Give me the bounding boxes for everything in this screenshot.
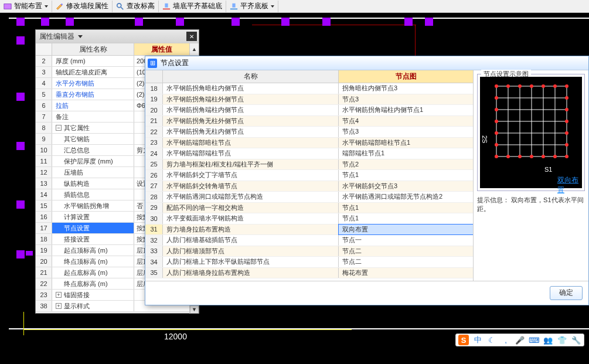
node-row[interactable]: 24水平钢筋端部端柱节点端部端柱节点1	[145, 148, 473, 159]
row-name: 厚度 (mm)	[52, 56, 134, 66]
property-editor-titlebar[interactable]: 属性编辑器 ✕	[36, 30, 199, 43]
row-index: 4	[36, 78, 52, 89]
toolbar-item-check-elevation[interactable]: 查改标高	[113, 1, 159, 12]
grip-handle[interactable]	[176, 18, 184, 26]
node-dialog-titlebar[interactable]: ⊞ 节点设置	[145, 56, 588, 70]
group-toggle-icon[interactable]: −	[56, 125, 62, 131]
grip-handle[interactable]	[16, 93, 25, 101]
grip-handle[interactable]	[135, 18, 143, 26]
row-name: 剪力墙身拉筋布置构造	[163, 224, 339, 235]
ime-punct-icon[interactable]: ,	[501, 335, 511, 345]
node-row[interactable]: 27水平钢筋斜交转角墙节点水平钢筋斜交节点3	[145, 181, 473, 192]
group-toggle-icon[interactable]: +	[56, 303, 62, 309]
node-row[interactable]: 33人防门框墙顶部节点节点二	[145, 246, 473, 257]
row-value[interactable]: 节点4	[339, 116, 473, 127]
row-value[interactable]: 节点二	[339, 246, 473, 257]
group-toggle-icon[interactable]: +	[56, 292, 62, 298]
svg-point-43	[553, 155, 557, 158]
ime-voice-icon[interactable]: 🎤	[515, 335, 525, 345]
row-value[interactable]: 拐角暗柱内侧节点3	[339, 83, 473, 94]
row-name: 拉筋	[52, 100, 134, 111]
node-row[interactable]: 32人防门框墙基础插筋节点节点一	[145, 235, 473, 246]
row-name: +锚固搭接	[52, 290, 134, 300]
node-row[interactable]: 19水平钢筋拐角端柱外侧节点节点3	[145, 94, 473, 106]
row-index: 31	[145, 224, 163, 235]
toolbar-item-smart-layout[interactable]: 智能布置	[0, 1, 52, 12]
row-name: 插筋信息	[52, 189, 134, 200]
grip-handle[interactable]	[322, 18, 331, 26]
ok-button[interactable]: 确定	[550, 286, 583, 300]
header-value: 属性值	[134, 43, 189, 55]
dropdown-icon[interactable]	[77, 33, 84, 40]
grip-handle[interactable]	[16, 142, 25, 150]
row-value[interactable]: 水平钢筋端部暗柱节点1	[339, 138, 473, 148]
row-index: 18	[36, 234, 52, 244]
row-value[interactable]: 节点一	[339, 235, 473, 246]
node-row[interactable]: 20水平钢筋拐角端柱内侧节点水平钢筋拐角端柱内侧节点1	[145, 105, 473, 116]
grip-handle[interactable]	[66, 18, 74, 26]
node-row[interactable]: 30水平变截面墙水平钢筋构造节点1	[145, 213, 473, 224]
node-grid: 名称 节点图 18水平钢筋拐角暗柱内侧节点拐角暗柱内侧节点319水平钢筋拐角端柱…	[145, 70, 474, 281]
grip-handle[interactable]	[16, 200, 25, 209]
row-index: 2	[36, 56, 52, 66]
row-value[interactable]: 水平钢筋拐角端柱内侧节点1	[339, 105, 473, 115]
toolbar-item-wall-bottom-foundation[interactable]: 墙底平齐基础底	[159, 1, 226, 12]
grip-handle[interactable]	[425, 18, 433, 26]
toolbar-item-modify-wall[interactable]: 修改墙段属性	[52, 1, 113, 12]
grip-handle[interactable]	[404, 18, 413, 26]
node-row[interactable]: 18水平钢筋拐角暗柱内侧节点拐角暗柱内侧节点3	[145, 83, 473, 94]
ime-user-icon[interactable]: 👥	[543, 335, 553, 345]
row-value[interactable]: 节点1	[339, 203, 473, 213]
grip-handle[interactable]	[281, 18, 290, 26]
ime-keyboard-icon[interactable]: ⌨	[529, 335, 539, 345]
node-row[interactable]: 23水平钢筋端部暗柱节点水平钢筋端部暗柱节点1	[145, 138, 473, 149]
node-row[interactable]: 35人防门框墙墙身拉筋布置构造梅花布置	[145, 268, 473, 279]
wall-icon	[4, 2, 12, 11]
ime-skin-icon[interactable]: 👕	[557, 335, 567, 345]
grip-handle[interactable]	[41, 18, 49, 26]
row-index: 27	[145, 181, 163, 192]
grip-handle[interactable]	[16, 36, 25, 45]
scroll-down-button[interactable]: ▼	[190, 305, 199, 314]
row-value[interactable]: 水平钢筋斜交节点3	[339, 181, 473, 192]
ime-settings-icon[interactable]: 🔧	[571, 335, 581, 345]
grip-handle[interactable]	[16, 18, 25, 26]
close-button[interactable]: ✕	[186, 32, 197, 41]
row-value[interactable]: 双向布置	[339, 224, 473, 235]
node-row[interactable]: 34人防门框墙上下部水平纵筋端部节点节点二	[145, 257, 473, 268]
toolbar-item-flush-floor[interactable]: 平齐底板	[226, 1, 278, 12]
row-value[interactable]: 节点2	[339, 159, 473, 170]
node-grid-body[interactable]: 18水平钢筋拐角暗柱内侧节点拐角暗柱内侧节点319水平钢筋拐角端柱外侧节点节点3…	[145, 83, 473, 281]
node-row[interactable]: 31剪力墙身拉筋布置构造双向布置	[145, 224, 473, 236]
scroll-up-button[interactable]: ▲	[189, 43, 199, 55]
node-row[interactable]: 28水平钢筋遇洞口或端部无节点构造水平钢筋遇洞口或端部无节点构造2	[145, 192, 473, 203]
sogou-icon[interactable]: S	[458, 335, 469, 345]
svg-point-22	[506, 84, 510, 88]
grip-handle[interactable]	[26, 251, 33, 256]
dropdown-icon	[271, 5, 274, 8]
header-name: 属性名称	[52, 43, 134, 55]
node-row[interactable]: 29配筋不同的墙一字相交构造节点1	[145, 203, 473, 214]
row-value[interactable]: 节点二	[339, 257, 473, 267]
row-value[interactable]: 梅花布置	[339, 268, 473, 278]
row-value[interactable]: 水平钢筋遇洞口或端部无节点构造2	[339, 192, 473, 202]
grip-handle[interactable]	[231, 18, 240, 26]
ime-moon-icon[interactable]: ☾	[486, 335, 497, 345]
node-row[interactable]: 21水平钢筋拐角无柱外侧节点节点4	[145, 116, 473, 127]
grip-handle[interactable]	[16, 250, 25, 258]
node-row[interactable]: 25剪力墙与框架柱/框支柱/端柱平齐一侧节点2	[145, 159, 473, 171]
row-index: 21	[36, 267, 52, 278]
row-value[interactable]: 端部端柱节点1	[339, 148, 473, 159]
node-row[interactable]: 22水平钢筋拐角无柱内侧节点节点3	[145, 127, 473, 138]
row-value[interactable]: 节点1	[339, 213, 473, 224]
row-value[interactable]: 节点3	[339, 127, 473, 137]
row-value[interactable]: 节点1	[339, 170, 473, 181]
row-value[interactable]: 节点3	[339, 94, 473, 105]
ime-toolbar[interactable]: S 中 ☾ , 🎤 ⌨ 👥 👕 🔧	[455, 334, 584, 346]
ime-lang-icon[interactable]: 中	[472, 335, 483, 345]
row-index: 30	[145, 213, 163, 224]
row-index: 14	[36, 189, 52, 200]
wall-edge	[252, 25, 416, 25]
node-row[interactable]: 26水平钢筋斜交丁字墙节点节点1	[145, 170, 473, 181]
diagram-mode-link[interactable]: 双向布置	[557, 175, 582, 195]
